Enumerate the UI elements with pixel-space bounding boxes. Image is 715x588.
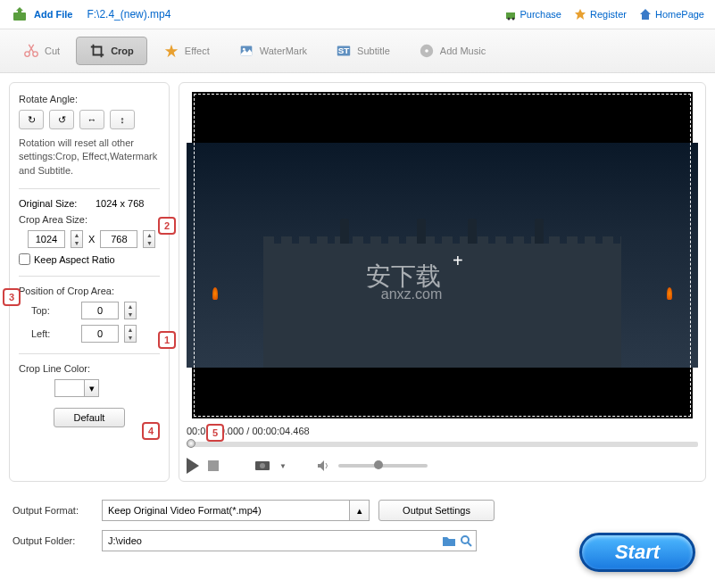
playback-controls: ▼ [187,458,698,474]
stop-icon [208,460,219,471]
tab-watermark-label: WaterMark [260,46,307,56]
rotate-ccw-button[interactable]: ↺ [49,110,74,129]
chevron-up-icon: ▴ [349,501,369,520]
crop-top-input[interactable] [81,302,119,319]
crop-width-input[interactable] [28,230,65,248]
output-folder-input[interactable]: J:\video [102,530,477,551]
divider [19,188,160,189]
tab-cut-label: Cut [45,46,60,56]
crop-top-spinner[interactable]: ▲▼ [124,302,137,319]
scene-castle [263,244,621,367]
flip-horizontal-button[interactable]: ↔ [79,110,104,129]
crosshair-icon: + [453,251,463,271]
output-format-value: Keep Original Video Format(*.mp4) [108,505,262,516]
keep-aspect-label: Keep Aspect Ratio [34,254,115,265]
home-icon [639,8,652,21]
watermark-sub: anxz.com [381,286,442,302]
subtitle-icon: ST [336,43,352,59]
music-icon [419,43,435,59]
callout-5: 5 [206,424,224,442]
tab-subtitle[interactable]: ST Subtitle [323,37,403,65]
snapshot-button[interactable] [254,459,270,473]
output-folder-label: Output Folder: [12,535,93,546]
progress-bar[interactable] [187,442,698,447]
crop-left-spinner[interactable]: ▲▼ [124,325,137,343]
add-file-icon [11,5,29,23]
scene-figure [340,219,349,244]
tab-crop[interactable]: Crop [76,37,147,65]
progress-thumb[interactable] [187,439,195,448]
volume-slider[interactable] [338,464,428,468]
svg-point-14 [461,536,469,543]
top-bar: Add File F:\2.4_(new).mp4 Purchase Regis… [0,0,715,29]
tab-addmusic-label: Add Music [440,46,486,56]
default-button[interactable]: Default [54,408,125,427]
keep-aspect-checkbox[interactable] [19,253,30,265]
purchase-label: Purchase [520,9,561,20]
tab-bar: Cut Crop Effect WaterMark ST Subtitle Ad… [0,29,715,73]
svg-point-13 [260,463,265,468]
scene-torch [212,287,218,300]
tab-effect-label: Effect [185,46,210,56]
add-file-button[interactable]: Add File [11,5,72,23]
search-icon[interactable] [460,534,472,547]
output-folder-value: J:\video [108,535,142,546]
start-button[interactable]: Start [579,533,695,572]
scissors-icon [23,43,39,59]
crop-settings-panel: Rotate Angle: ↻ ↺ ↔ ↕ Rotation will rese… [9,82,170,482]
top-bar-right: Purchase Register HomePage [504,8,705,21]
crop-height-input[interactable] [100,230,137,248]
add-file-label: Add File [34,9,72,20]
svg-point-2 [507,18,510,21]
file-path: F:\2.4_(new).mp4 [87,8,170,21]
stop-button[interactable] [208,460,219,471]
output-format-select[interactable]: Keep Original Video Format(*.mp4) ▴ [102,500,370,521]
top-label: Top: [31,305,76,316]
scene-figure [417,219,426,244]
tab-cut[interactable]: Cut [11,37,72,65]
top-bar-left: Add File F:\2.4_(new).mp4 [11,5,170,23]
callout-4: 4 [142,422,160,440]
time-display: 00:00:00.000 / 00:00:04.468 [187,426,698,436]
volume-thumb[interactable] [374,460,383,469]
crop-icon [89,43,105,59]
crop-line-color-select[interactable]: ▾ [54,379,99,397]
color-swatch [55,380,84,396]
callout-2: 2 [158,217,176,235]
original-size-label: Original Size: [19,198,90,209]
crop-width-spinner[interactable]: ▲▼ [71,230,83,248]
left-label: Left: [31,328,76,339]
flip-vertical-button[interactable]: ↕ [110,110,135,129]
homepage-link[interactable]: HomePage [639,8,704,21]
play-icon [187,458,199,474]
original-size-value: 1024 x 768 [96,198,144,209]
chevron-down-icon: ▾ [84,380,98,396]
star-icon [574,8,586,21]
crop-line-color-label: Crop Line Color: [19,363,160,374]
position-label: Position of Crop Area: [19,286,160,296]
tab-addmusic[interactable]: Add Music [406,37,498,65]
folder-icon[interactable] [442,534,456,547]
crop-height-spinner[interactable]: ▲▼ [143,230,155,248]
rotation-hint: Rotation will reset all other settings:C… [19,137,160,178]
crop-area-size-label: Crop Area Size: [19,214,160,225]
preview-panel: + 安下载 anxz.com 00:00:00.000 / 00:00:04.4… [179,82,706,482]
chevron-down-icon[interactable]: ▼ [279,462,287,470]
scene-figure [535,219,544,244]
crop-left-input[interactable] [81,325,119,343]
tab-watermark[interactable]: WaterMark [226,37,320,65]
register-label: Register [590,9,627,20]
register-link[interactable]: Register [574,8,627,21]
svg-text:ST: ST [338,46,350,55]
output-settings-button[interactable]: Output Settings [378,500,495,521]
rotate-cw-button[interactable]: ↻ [19,110,44,129]
tab-effect[interactable]: Effect [151,37,222,65]
volume-icon[interactable] [317,460,329,472]
purchase-link[interactable]: Purchase [504,8,561,21]
effect-icon [163,43,179,59]
video-preview[interactable]: + 安下载 anxz.com [187,90,698,420]
output-format-label: Output Format: [12,505,93,516]
divider [19,276,160,277]
callout-1: 1 [158,331,176,349]
play-button[interactable] [187,458,199,474]
